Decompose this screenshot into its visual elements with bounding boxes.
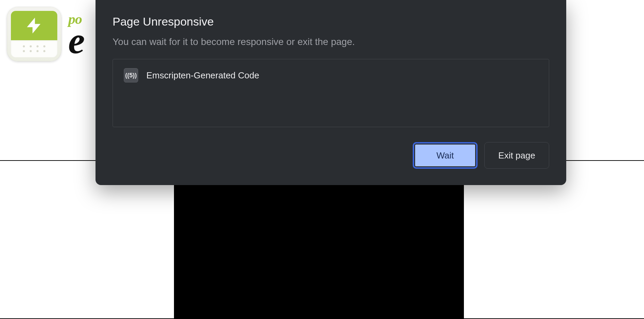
page-unresponsive-dialog: Page Unresponsive You can wait for it to… xyxy=(96,0,566,185)
broadcast-icon: ((5)) xyxy=(124,68,138,82)
dialog-button-row: Wait Exit page xyxy=(113,142,549,169)
logo-upper xyxy=(11,11,57,40)
wordmark-big: e xyxy=(68,24,84,58)
process-name: Emscripten-Generated Code xyxy=(146,70,259,81)
lightning-bolt-icon xyxy=(25,14,44,37)
dialog-title: Page Unresponsive xyxy=(113,15,549,28)
dialog-subtitle: You can wait for it to become responsive… xyxy=(113,36,549,47)
process-list: ((5)) Emscripten-Generated Code xyxy=(113,59,549,127)
logo-lower xyxy=(11,40,57,57)
wait-button[interactable]: Wait xyxy=(413,142,478,169)
exit-page-button[interactable]: Exit page xyxy=(484,142,549,169)
wordmark: po e xyxy=(68,11,84,58)
process-row: ((5)) Emscripten-Generated Code xyxy=(124,68,538,82)
underlying-page: po e Fullscreen Page Unresponsive You ca… xyxy=(0,0,644,319)
app-logo xyxy=(7,7,61,61)
